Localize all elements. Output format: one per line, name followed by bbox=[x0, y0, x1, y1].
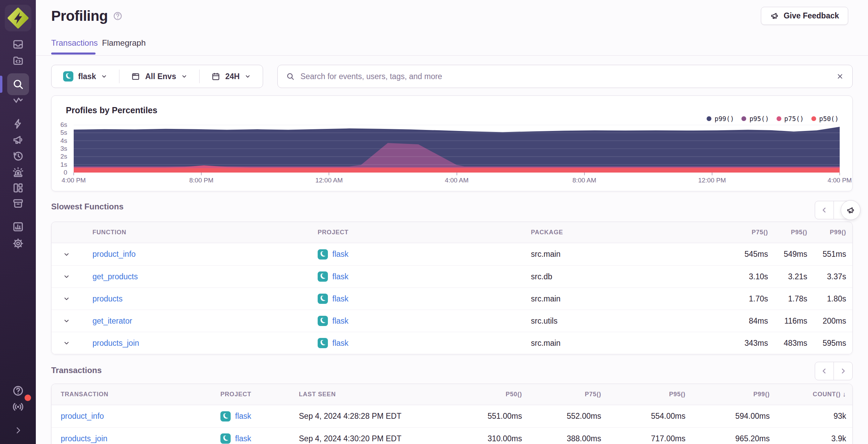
table-row: product_infoflasksrc.main545ms549ms551ms bbox=[52, 243, 852, 265]
legend-item-p99[interactable]: p99() bbox=[707, 115, 734, 122]
count-cell: 3.9k bbox=[770, 434, 852, 443]
transactions-rows: product_infoflaskSep 4, 2024 4:28:28 PM … bbox=[52, 405, 852, 444]
col-p75: P75() bbox=[727, 229, 768, 236]
filter-bar: flask All Envs 24H bbox=[51, 65, 853, 88]
col-p50: P50() bbox=[439, 391, 522, 398]
chevron-down-icon bbox=[101, 73, 107, 80]
p75-cell: 545ms bbox=[727, 250, 768, 259]
sort-desc-arrow-icon: ↓ bbox=[843, 391, 846, 398]
search-icon bbox=[286, 72, 295, 81]
p75-cell: 3.10s bbox=[727, 272, 768, 281]
chart-title: Profiles by Percentiles bbox=[66, 105, 157, 115]
archive-box-icon[interactable] bbox=[7, 193, 29, 214]
legend-item-p50[interactable]: p50() bbox=[811, 115, 839, 122]
give-feedback-label: Give Feedback bbox=[784, 11, 839, 20]
broadcast-icon[interactable] bbox=[7, 396, 29, 418]
expand-row-button[interactable] bbox=[60, 336, 73, 350]
col-count-label: COUNT() bbox=[813, 391, 841, 398]
legend-dot bbox=[741, 116, 746, 121]
search-bar bbox=[277, 65, 853, 88]
legend-dot bbox=[777, 116, 781, 121]
percentiles-chart-svg bbox=[74, 125, 840, 173]
slowest-functions-rows: product_infoflasksrc.main545ms549ms551ms… bbox=[52, 243, 852, 354]
project-link[interactable]: flask bbox=[332, 316, 348, 326]
tab-flamegraph[interactable]: Flamegraph bbox=[102, 38, 146, 48]
code-folder-icon[interactable] bbox=[7, 50, 29, 72]
x-axis-label: 4:00 AM bbox=[445, 177, 469, 184]
expand-row-button[interactable] bbox=[60, 248, 73, 261]
stats-zigzag-icon[interactable] bbox=[7, 89, 29, 111]
col-p95: P95() bbox=[768, 229, 807, 236]
p75-cell: 84ms bbox=[727, 316, 768, 326]
p75-cell: 1.70s bbox=[727, 294, 768, 304]
function-cell: get_products bbox=[82, 272, 318, 281]
transaction-link[interactable]: products_join bbox=[61, 434, 107, 443]
y-axis-label: 5s bbox=[52, 129, 67, 136]
function-link[interactable]: get_iterator bbox=[92, 316, 132, 325]
expand-cell bbox=[52, 314, 82, 328]
project-link[interactable]: flask bbox=[332, 250, 348, 259]
sentry-logo[interactable] bbox=[5, 5, 31, 31]
settings-gear-icon[interactable] bbox=[7, 233, 29, 254]
function-link[interactable]: products bbox=[92, 294, 122, 303]
next-page-button[interactable] bbox=[834, 362, 853, 380]
transactions-table: TRANSACTION PROJECT LAST SEEN P50() P75(… bbox=[51, 384, 853, 444]
x-axis-label: 12:00 AM bbox=[315, 177, 343, 184]
expand-row-button[interactable] bbox=[60, 270, 73, 283]
x-axis-tick bbox=[584, 173, 585, 175]
function-cell: product_info bbox=[82, 250, 318, 259]
legend-label: p75() bbox=[784, 115, 804, 122]
flask-project-icon bbox=[318, 294, 328, 304]
p99-cell: 594.00ms bbox=[685, 412, 770, 421]
legend-item-p95[interactable]: p95() bbox=[741, 115, 769, 122]
x-axis-label: 4:00 PM bbox=[828, 177, 852, 184]
transaction-link[interactable]: product_info bbox=[61, 412, 104, 420]
search-input[interactable] bbox=[300, 72, 830, 81]
count-cell: 93k bbox=[770, 412, 852, 421]
expand-row-button[interactable] bbox=[60, 292, 73, 306]
table-row: get_iteratorflasksrc.utils84ms116ms200ms bbox=[52, 310, 852, 332]
expand-sidebar-chevron-icon[interactable] bbox=[7, 419, 29, 441]
flask-project-icon bbox=[63, 71, 73, 82]
p95-cell: 1.78s bbox=[768, 294, 807, 304]
p50-cell: 310.00ms bbox=[439, 434, 522, 443]
give-feedback-button[interactable]: Give Feedback bbox=[761, 7, 848, 25]
x-axis-tick bbox=[73, 173, 74, 175]
function-link[interactable]: product_info bbox=[92, 250, 136, 258]
project-link[interactable]: flask bbox=[332, 294, 348, 304]
function-link[interactable]: products_join bbox=[92, 339, 139, 347]
floating-feedback-button[interactable] bbox=[841, 200, 860, 220]
table-row: products_joinflaskSep 4, 2024 4:30:20 PM… bbox=[52, 427, 852, 444]
col-p75: P75() bbox=[522, 391, 601, 398]
previous-page-button[interactable] bbox=[815, 201, 834, 219]
flask-project-icon bbox=[318, 338, 328, 348]
table-row: product_infoflaskSep 4, 2024 4:28:28 PM … bbox=[52, 405, 852, 427]
environment-filter-dropdown[interactable]: All Envs bbox=[119, 65, 199, 88]
flask-project-icon bbox=[220, 433, 231, 444]
title-help-icon[interactable] bbox=[113, 11, 123, 21]
project-link[interactable]: flask bbox=[235, 434, 251, 443]
legend-item-p75[interactable]: p75() bbox=[777, 115, 804, 122]
project-link[interactable]: flask bbox=[332, 272, 348, 281]
function-link[interactable]: get_products bbox=[92, 272, 138, 281]
project-link[interactable]: flask bbox=[235, 412, 251, 421]
area-series-p50 bbox=[74, 168, 840, 173]
project-filter-dropdown[interactable]: flask bbox=[52, 65, 119, 88]
x-axis-label: 8:00 PM bbox=[189, 177, 214, 184]
col-project: PROJECT bbox=[318, 229, 531, 236]
clear-search-button[interactable] bbox=[836, 72, 844, 80]
tab-transactions[interactable]: Transactions bbox=[51, 38, 98, 48]
p50-cell: 551.00ms bbox=[439, 412, 522, 421]
expand-row-button[interactable] bbox=[60, 314, 73, 328]
col-p95: P95() bbox=[601, 391, 685, 398]
y-axis-label: 3s bbox=[52, 145, 67, 152]
project-cell: flask bbox=[318, 249, 531, 260]
date-range-dropdown[interactable]: 24H bbox=[200, 65, 263, 88]
project-link[interactable]: flask bbox=[332, 339, 348, 348]
function-cell: get_iterator bbox=[82, 316, 318, 326]
function-cell: products bbox=[82, 294, 318, 304]
previous-page-button[interactable] bbox=[815, 362, 834, 380]
last-seen-cell: Sep 4, 2024 4:28:28 PM EDT bbox=[299, 412, 439, 421]
slowest-functions-heading: Slowest Functions bbox=[51, 202, 124, 211]
col-count-sort[interactable]: COUNT() ↓ bbox=[770, 391, 852, 398]
